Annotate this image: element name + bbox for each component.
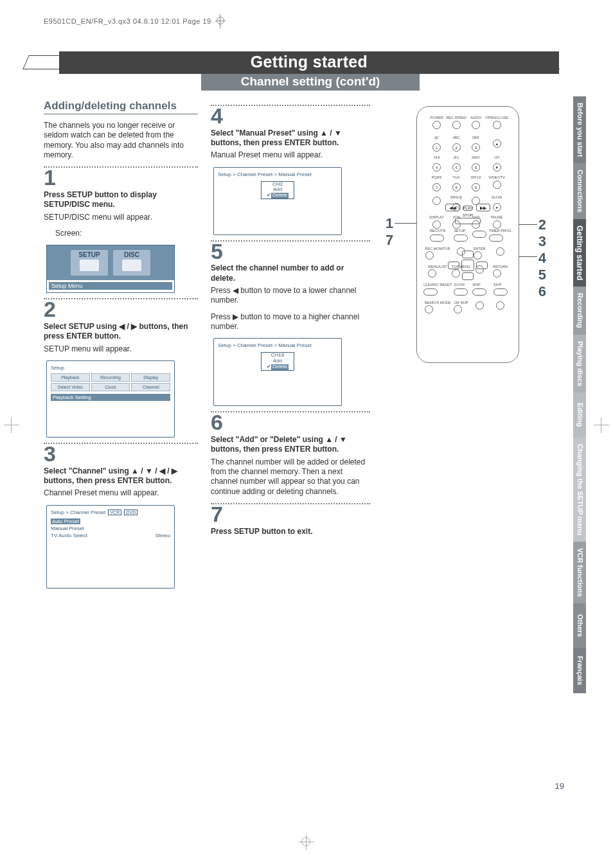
osd-cell: Select Video (51, 383, 90, 391)
step-5-instruction: Select the channel number to add or dele… (211, 263, 370, 283)
step-number-7: 7 (211, 504, 370, 524)
registration-mark (215, 14, 226, 28)
meta-text: E9501CD_EN/FR_v3.qx3 04.8.10 12:01 Page … (44, 17, 211, 25)
callout-2: 2 (538, 217, 546, 233)
step-5-text-2: Press ▶ button to move to a higher chann… (211, 312, 370, 332)
remote-illustration: 1 7 2 3 4 5 6 POWERREC SPEEDAUDIOOPEN/CL… (391, 106, 537, 376)
step-3-instruction: Select "Channel" using ▲ / ▼ / ◀ / ▶ but… (44, 466, 198, 486)
tab-playing-discs: Playing discs (573, 335, 586, 393)
osd-cell: Display (131, 373, 170, 382)
osd-chpreset-title: Setup > Channel Preset (51, 509, 105, 515)
print-meta: E9501CD_EN/FR_v3.qx3 04.8.10 12:01 Page … (44, 14, 577, 28)
step-1-instruction: Press SETUP button to display SETUP/DISC… (44, 190, 198, 210)
callout-6: 6 (538, 283, 546, 300)
osd-cell: Playback (51, 373, 90, 382)
osd-row: TV Audio Select (51, 533, 87, 538)
osd-delete: Delete (271, 193, 289, 199)
callout-1: 1 (386, 215, 393, 232)
remote-play-button: PLAY (463, 206, 474, 211)
crop-mark (594, 418, 609, 433)
osd-manual-2: Setup > Channel Preset > Manual Preset C… (213, 338, 342, 406)
step-1-sub: Screen: (44, 229, 198, 238)
osd-manual2-title: Setup > Channel Preset > Manual Preset (218, 342, 337, 348)
remote-dpad (445, 249, 490, 281)
step-6-text: The channel number will be added or dele… (211, 457, 370, 497)
remote-ff-icon: ▶▶ (476, 204, 490, 211)
osd-cell: Clock (91, 383, 130, 391)
osd-channel-preset: Setup > Channel Preset VCR DVD Auto Pres… (46, 505, 175, 589)
osd-tab-setup: SETUP (71, 251, 108, 258)
osd-tag-dvd: DVD (124, 509, 138, 515)
osd-setup-caption: Playback Setting (51, 394, 170, 401)
step-7-instruction: Press SETUP button to exit. (211, 527, 370, 536)
side-tabs: Before you start Connections Getting sta… (573, 96, 586, 693)
content-columns: Adding/deleting channels The channels yo… (44, 96, 577, 594)
section-subtitle: Channel setting (cont'd) (201, 74, 420, 91)
step-number-5: 5 (211, 242, 370, 261)
intro-paragraph: The channels you no longer receive or se… (44, 121, 198, 160)
osd-setup-menu: Setup Playback Recording Display Select … (46, 360, 175, 438)
step-number-1: 1 (44, 168, 198, 188)
osd-row: Manual Preset (51, 526, 84, 531)
remote-stop-label: STOP (430, 213, 506, 217)
step-2-instruction: Select SETUP using ◀ / ▶ buttons, then p… (44, 322, 198, 342)
title-ribbon: Getting started (44, 51, 577, 74)
step-2-text: SETUP menu will appear. (44, 344, 198, 354)
tab-before-you-start: Before you start (573, 96, 586, 163)
callout-3: 3 (538, 233, 546, 250)
step-4-instruction: Select "Manual Preset" using ▲ / ▼ butto… (211, 128, 370, 148)
osd-cell: Recording (91, 373, 130, 382)
osd-delete: Delete (271, 364, 289, 370)
remote-rewind-icon: ◀◀ (445, 204, 459, 211)
callout-7: 7 (386, 232, 393, 249)
page-title: Getting started (59, 51, 559, 74)
osd-setup-disc: SETUP DISC Setup Menu (46, 245, 175, 293)
step-number-3: 3 (44, 444, 198, 464)
section-heading: Adding/deleting channels (44, 100, 198, 114)
tab-francais: Français (573, 648, 586, 693)
osd-caption: Setup Menu (49, 282, 172, 290)
step-6-instruction: Select "Add" or "Delete" using ▲ / ▼ but… (211, 435, 370, 455)
crop-mark (4, 418, 19, 433)
tab-getting-started: Getting started (573, 219, 586, 287)
callout-5: 5 (538, 267, 546, 283)
step-number-4: 4 (211, 106, 370, 126)
step-3-text: Channel Preset menu will appear. (44, 488, 198, 498)
callout-4: 4 (538, 250, 546, 267)
step-1-text: SETUP/DISC menu will appear. (44, 213, 198, 222)
osd-cell: Channel (131, 383, 170, 391)
tab-vcr-functions: VCR functions (573, 542, 586, 603)
page-number: 19 (555, 781, 564, 791)
tab-editing: Editing (573, 393, 586, 438)
tab-recording: Recording (573, 287, 586, 334)
osd-manual1-title: Setup > Channel Preset > Manual Preset (218, 172, 337, 177)
osd-tag-vcr: VCR (108, 509, 121, 515)
step-4-text: Manual Preset menu will appear. (211, 150, 370, 160)
tab-others: Others (573, 603, 586, 648)
crop-mark (299, 835, 314, 850)
osd-row-val: Stereo (155, 533, 170, 538)
tab-changing-setup: Changing the SETUP menu (573, 438, 586, 542)
tab-connections: Connections (573, 163, 586, 219)
step-number-2: 2 (44, 299, 198, 319)
osd-row: Auto Preset (51, 518, 80, 524)
step-5-text-1: Press ◀ button to move to a lower channe… (211, 286, 370, 306)
osd-manual-1: Setup > Channel Preset > Manual Preset C… (213, 167, 342, 235)
step-number-6: 6 (211, 412, 370, 432)
osd-tab-disc: DISC (113, 251, 150, 258)
osd-setup-title: Setup (51, 365, 170, 371)
